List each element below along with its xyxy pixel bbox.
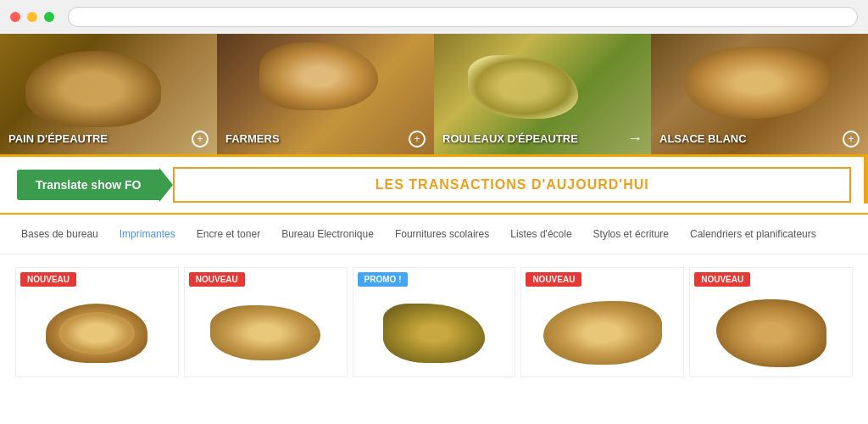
bread-shape-2 [210, 305, 320, 360]
category-tab-encre-toner[interactable]: Encre et toner [188, 225, 269, 243]
bread-shape-4 [543, 301, 662, 365]
banner-card-farmers[interactable]: FARMERS + [217, 34, 434, 154]
category-tab-imprimantes[interactable]: Imprimantes [111, 225, 184, 243]
product-image-1 [20, 293, 174, 372]
product-card-1[interactable]: NOUVEAU [15, 267, 179, 377]
category-tab-calendriers[interactable]: Calendriers et planificateurs [682, 225, 825, 243]
address-bar[interactable] [68, 7, 858, 27]
action-bar: Translate show FO LES TRANSACTIONS D'AUJ… [0, 157, 868, 215]
product-image-5 [694, 293, 848, 372]
category-tab-bureau-electronique[interactable]: Bureau Electronique [273, 225, 382, 243]
bread-shape-3 [383, 304, 485, 363]
bread-shape-1 [46, 304, 147, 363]
banner-label-2: FARMERS [225, 132, 280, 146]
product-card-3[interactable]: PROMO ! [353, 267, 516, 377]
translate-show-fo-button[interactable]: Translate show FO [17, 170, 159, 200]
category-tab-bases-bureau[interactable]: Bases de bureau [13, 225, 107, 243]
banner-area: PAIN D'ÉPEAUTRE + FARMERS + ROULEAUX D'É… [0, 34, 868, 157]
banner-plus-icon-1[interactable]: + [192, 131, 209, 148]
badge-nouveau-4: NOUVEAU [526, 272, 581, 287]
browser-chrome [0, 0, 868, 34]
product-card-2[interactable]: NOUVEAU [184, 267, 348, 377]
badge-nouveau-1: NOUVEAU [20, 272, 76, 287]
product-image-4 [526, 293, 679, 372]
product-image-3 [358, 293, 511, 372]
category-tab-fournitures-scolaires[interactable]: Fournitures scolaires [387, 225, 498, 243]
category-tab-stylos-ecriture[interactable]: Stylos et écriture [585, 225, 677, 243]
banner-arrow-icon-3[interactable]: → [627, 130, 643, 148]
transactions-box: LES TRANSACTIONS D'AUJOURD'HUI [173, 167, 851, 203]
transactions-label: LES TRANSACTIONS D'AUJOURD'HUI [376, 177, 649, 192]
main-content: PAIN D'ÉPEAUTRE + FARMERS + ROULEAUX D'É… [0, 34, 868, 424]
traffic-light-green[interactable] [44, 12, 54, 22]
category-tab-listes-ecole[interactable]: Listes d'école [502, 225, 580, 243]
banner-label-4: ALSACE BLANC [659, 132, 747, 146]
badge-promo-3: PROMO ! [358, 272, 409, 287]
banner-label-3: ROULEAUX D'ÉPEAUTRE [442, 132, 578, 146]
banner-card-pain-epeautre[interactable]: PAIN D'ÉPEAUTRE + [0, 34, 217, 154]
arrow-connector [159, 168, 173, 202]
traffic-light-red[interactable] [10, 12, 20, 22]
product-image-2 [189, 293, 342, 372]
product-card-5[interactable]: NOUVEAU [689, 267, 853, 377]
badge-nouveau-2: NOUVEAU [189, 272, 245, 287]
product-card-4[interactable]: NOUVEAU [520, 267, 684, 377]
banner-plus-icon-4[interactable]: + [843, 131, 860, 148]
banner-card-rouleaux[interactable]: ROULEAUX D'ÉPEAUTRE → [434, 34, 651, 154]
category-tabs: Bases de bureauImprimantesEncre et toner… [0, 215, 868, 254]
banner-label-1: PAIN D'ÉPEAUTRE [8, 132, 108, 146]
banner-plus-icon-2[interactable]: + [409, 131, 426, 148]
badge-nouveau-5: NOUVEAU [694, 272, 750, 287]
traffic-light-yellow[interactable] [27, 12, 37, 22]
banner-card-alsace[interactable]: ALSACE BLANC + [651, 34, 868, 154]
product-grid: NOUVEAU NOUVEAU PROMO ! NOUVEAU NOUVEAU [0, 254, 868, 390]
bread-shape-5 [716, 299, 826, 367]
